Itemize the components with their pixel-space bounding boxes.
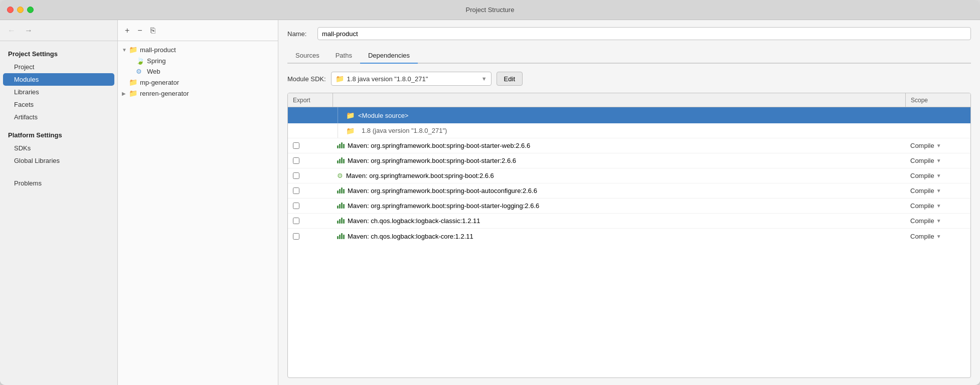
main-window: Project Structure ← → Project Settings P… [0,0,980,385]
tree-item-web[interactable]: ⚙ Web [118,66,278,77]
dep1-icon [337,141,345,150]
jdk-version-label: 1.8 (java version "1.8.0_271") [362,127,447,134]
dep4-checkbox[interactable] [293,187,299,194]
project-settings-label: Project Settings [0,47,117,61]
maximize-button[interactable] [27,7,34,13]
dep6-checkbox[interactable] [293,218,299,224]
dep7-checkbox[interactable] [293,233,299,240]
dep5-label: Maven: org.springframework.boot:spring-b… [348,202,539,210]
dep2-scope-arrow[interactable]: ▼ [936,158,941,163]
dep2-scope: Compile ▼ [905,157,970,164]
dependencies-table: Export Scope 📁 <Module source> 📁 [287,93,971,378]
table-row-dep4[interactable]: Maven: org.springframework.boot:spring-b… [288,183,970,199]
dep5-scope: Compile ▼ [905,202,970,210]
tree-item-mall-product-label: mall-product [140,46,274,54]
table-row-dep2[interactable]: Maven: org.springframework.boot:spring-b… [288,153,970,168]
sidebar-item-facets-label: Facets [14,101,34,108]
traffic-lights [7,7,34,13]
tab-paths[interactable]: Paths [328,48,360,64]
table-row-dep6[interactable]: Maven: ch.qos.logback:logback-classic:1.… [288,214,970,229]
remove-module-button[interactable]: − [135,25,144,36]
dep6-checkbox-cell [288,218,333,224]
table-row-jdk[interactable]: 📁 1.8 (java version "1.8.0_271") [288,123,970,138]
add-module-button[interactable]: + [123,25,131,36]
dep1-label: Maven: org.springframework.boot:spring-b… [348,142,530,149]
sidebar-item-project[interactable]: Project [0,61,117,73]
name-input[interactable] [317,27,971,40]
sidebar-item-sdks[interactable]: SDKs [0,142,117,154]
dep7-name: Maven: ch.qos.logback:logback-core:1.2.1… [333,232,905,241]
module-source-label: <Module source> [358,112,408,119]
dep7-checkbox-cell [288,233,333,240]
tree-toolbar: + − ⎘ [118,20,278,41]
sidebar-item-facets[interactable]: Facets [0,98,117,111]
dep2-scope-text: Compile [910,157,934,164]
sidebar-item-problems[interactable]: Problems [0,177,117,189]
edit-sdk-button[interactable]: Edit [497,72,523,86]
dep1-checkbox-cell [288,142,333,149]
dep6-label: Maven: ch.qos.logback:logback-classic:1.… [348,217,480,225]
dep3-scope: Compile ▼ [905,172,970,179]
sdk-row: Module SDK: 📁 1.8 java version "1.8.0_27… [287,72,971,86]
close-button[interactable] [7,7,14,13]
dep3-scope-arrow[interactable]: ▼ [936,173,941,178]
table-row-dep3[interactable]: ⚙ Maven: org.springframework.boot:spring… [288,168,970,183]
table-row-dep5[interactable]: Maven: org.springframework.boot:spring-b… [288,199,970,214]
col-header-export: Export [288,93,333,107]
dep4-scope-arrow[interactable]: ▼ [936,188,941,194]
sidebar-item-sdks-label: SDKs [14,144,31,152]
tree-item-spring[interactable]: 🍃 Spring [118,55,278,66]
tree-item-mp-generator[interactable]: 📁 mp-generator [118,77,278,88]
dep6-icon [337,217,345,225]
arrow-collapsed-icon: ▶ [122,91,129,96]
sidebar-item-libraries[interactable]: Libraries [0,86,117,98]
table-body: 📁 <Module source> 📁 1.8 (java version "1… [288,107,970,377]
dep2-label: Maven: org.springframework.boot:spring-b… [348,157,516,164]
sidebar-inner: Project Settings Project Modules Librari… [0,41,117,385]
dep1-scope-arrow[interactable]: ▼ [936,143,941,148]
tree-item-renren-generator[interactable]: ▶ 📁 renren-generator [118,88,278,99]
dep1-checkbox[interactable] [293,142,299,149]
table-row-dep7[interactable]: Maven: ch.qos.logback:logback-core:1.2.1… [288,229,970,244]
details-panel: Name: Sources Paths Dependencies Module … [278,20,980,385]
dep3-label: Maven: org.springframework.boot:spring-b… [346,172,494,179]
dep7-icon [337,232,345,241]
forward-button[interactable]: → [22,25,35,36]
table-row-dep1[interactable]: Maven: org.springframework.boot:spring-b… [288,138,970,153]
minimize-button[interactable] [17,7,24,13]
dep2-icon [337,156,345,165]
dep5-scope-arrow[interactable]: ▼ [936,203,941,209]
bars-icon-2 [337,156,345,163]
sdk-value: 1.8 java version "1.8.0_271" [347,75,428,83]
tree-item-mall-product[interactable]: ▼ 📁 mall-product [118,44,278,55]
tabs-row: Sources Paths Dependencies [287,48,971,64]
dep6-scope-arrow[interactable]: ▼ [936,218,941,224]
copy-module-button[interactable]: ⎘ [148,25,157,36]
sidebar-item-artifacts-label: Artifacts [14,113,38,121]
sidebar-item-libraries-label: Libraries [14,88,39,96]
dep3-checkbox[interactable] [293,172,299,179]
arrow-icon: ▼ [122,47,129,53]
dep7-label: Maven: ch.qos.logback:logback-core:1.2.1… [348,233,473,240]
main-content: ← → Project Settings Project Modules Lib… [0,20,980,385]
dep2-checkbox[interactable] [293,157,299,164]
sdk-select[interactable]: 📁 1.8 java version "1.8.0_271" ▼ [331,72,492,86]
back-button[interactable]: ← [5,25,18,36]
sidebar: ← → Project Settings Project Modules Lib… [0,20,118,385]
name-label: Name: [287,30,312,38]
col-header-scope: Scope [905,93,970,107]
sidebar-item-artifacts[interactable]: Artifacts [0,111,117,123]
folder-gray-icon: 📁 [129,78,138,86]
tab-sources[interactable]: Sources [287,48,328,64]
module-source-icon: 📁 [346,112,354,119]
table-row-module-source[interactable]: 📁 <Module source> [288,107,970,123]
dep7-scope-arrow[interactable]: ▼ [936,234,941,239]
dep6-scope-text: Compile [910,217,934,225]
tree-item-spring-label: Spring [147,57,274,65]
dep1-scope-text: Compile [910,142,934,149]
bars-icon-6 [337,217,345,224]
sidebar-item-global-libraries[interactable]: Global Libraries [0,154,117,167]
dep5-checkbox[interactable] [293,203,299,209]
sidebar-item-modules[interactable]: Modules [3,73,114,86]
tab-dependencies[interactable]: Dependencies [360,48,418,64]
